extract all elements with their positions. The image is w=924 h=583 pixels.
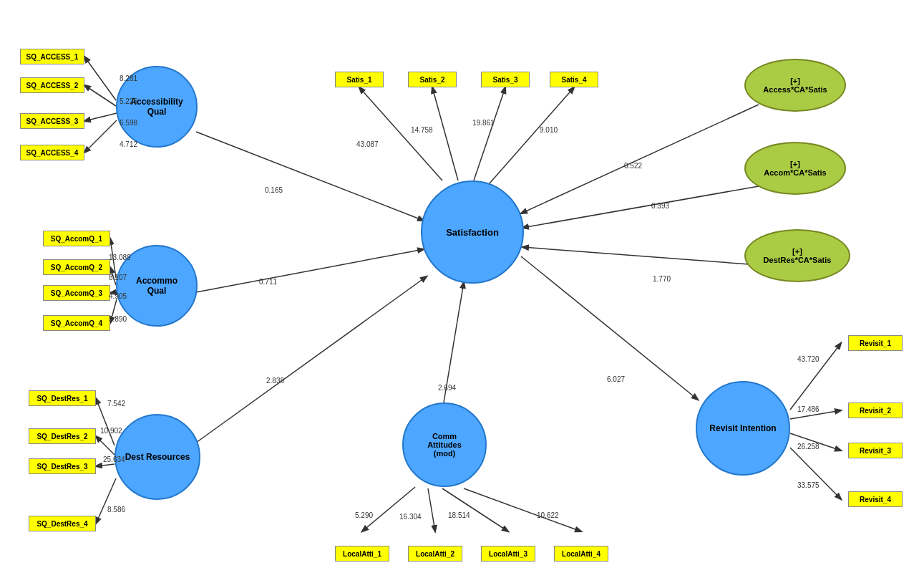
- coef-16304: 16.304: [399, 513, 422, 521]
- coef-7542: 7.542: [107, 400, 125, 408]
- svg-line-14: [196, 276, 427, 443]
- sq-accomq-2: SQ_AccomQ_2: [43, 259, 110, 275]
- access-ca-satis-oval: [+]Access*CA*Satis: [744, 59, 846, 112]
- coef-26258: 26.258: [797, 443, 820, 450]
- svg-line-0: [84, 57, 116, 100]
- local-atti-3: LocalAtti_3: [481, 546, 535, 562]
- coef-1770: 1.770: [653, 275, 671, 283]
- sq-destres-3: SQ_DestRes_3: [29, 458, 96, 474]
- coef-43087: 43.087: [356, 140, 379, 148]
- sq-accomq-3: SQ_AccomQ_3: [43, 285, 110, 301]
- satis-3: Satis_3: [481, 72, 530, 87]
- coef-5890: 5.890: [109, 315, 127, 323]
- coef-5290: 5.290: [355, 511, 373, 519]
- satisfaction-circle: Satisfaction: [421, 180, 524, 284]
- coef-2838: 2.838: [266, 377, 284, 385]
- coef-2694: 2.694: [438, 384, 456, 392]
- satis-2: Satis_2: [408, 72, 457, 87]
- revisit-2: Revisit_2: [848, 403, 903, 418]
- svg-line-19: [521, 105, 759, 213]
- revisit-1: Revisit_1: [848, 335, 903, 351]
- sq-access-3: SQ_ACCESS_3: [20, 113, 84, 129]
- coef-19861: 19.861: [472, 119, 495, 127]
- coef-5225: 5.225: [120, 97, 137, 105]
- svg-line-15: [359, 87, 442, 180]
- svg-line-24: [428, 488, 435, 531]
- local-atti-4: LocalAtti_4: [554, 546, 608, 562]
- coef-10622: 10.622: [537, 511, 559, 519]
- coef-0393: 0.393: [651, 202, 669, 210]
- svg-line-3: [84, 120, 117, 153]
- sq-accomq-4: SQ_AccomQ_4: [43, 315, 110, 331]
- svg-line-2: [84, 113, 117, 121]
- local-atti-1: LocalAtti_1: [335, 546, 389, 562]
- svg-line-10: [96, 464, 115, 466]
- coef-25634: 25.634: [103, 456, 125, 463]
- svg-line-16: [432, 87, 458, 180]
- coef-0711: 0.711: [259, 278, 277, 286]
- sq-accomq-1: SQ_AccomQ_1: [43, 231, 110, 246]
- svg-line-28: [790, 343, 841, 410]
- revisit-3: Revisit_3: [848, 443, 903, 458]
- coef-17486: 17.486: [797, 405, 820, 413]
- coef-6027: 6.027: [607, 375, 625, 383]
- svg-line-21: [522, 247, 759, 265]
- coef-8586: 8.586: [107, 506, 125, 514]
- svg-line-18: [490, 87, 574, 183]
- coef-18514: 18.514: [448, 511, 470, 519]
- svg-line-26: [464, 488, 581, 531]
- coef-13089: 13.089: [109, 254, 131, 261]
- coef-10902: 10.902: [100, 427, 122, 435]
- svg-line-23: [362, 487, 415, 531]
- revisit-circle: Revisit Intention: [696, 381, 790, 476]
- sq-access-4: SQ_ACCESS_4: [20, 145, 84, 160]
- svg-line-13: [196, 249, 424, 292]
- svg-line-11: [96, 478, 116, 524]
- coef-33575: 33.575: [797, 481, 820, 489]
- destres-ca-satis-oval: [+]DestRes*CA*Satis: [744, 229, 850, 282]
- svg-line-31: [790, 448, 841, 499]
- svg-line-1: [84, 85, 116, 106]
- sq-access-2: SQ_ACCESS_2: [20, 77, 84, 93]
- revisit-4: Revisit_4: [848, 491, 903, 507]
- coef-8107: 8.107: [109, 274, 127, 281]
- coef-0522: 0.522: [624, 162, 642, 170]
- coef-0165: 0.165: [265, 186, 283, 194]
- coef-6598: 6.598: [120, 119, 137, 127]
- satis-4: Satis_4: [550, 72, 598, 87]
- sq-destres-2: SQ_DestRes_2: [29, 428, 96, 444]
- satis-1: Satis_1: [335, 72, 384, 87]
- accom-ca-satis-oval: [+]Accom*CA*Satis: [744, 142, 846, 195]
- local-atti-2: LocalAtti_2: [408, 546, 462, 562]
- destres-circle: Dest Resources: [115, 414, 200, 500]
- coef-14758: 14.758: [411, 126, 433, 134]
- coef-43720: 43.720: [797, 355, 820, 363]
- sq-destres-1: SQ_DestRes_1: [29, 390, 96, 406]
- svg-line-17: [474, 87, 505, 180]
- svg-line-25: [442, 488, 508, 531]
- sq-destres-4: SQ_DestRes_4: [29, 516, 96, 531]
- sq-access-1: SQ_ACCESS_1: [20, 49, 84, 64]
- coef-8281: 8.281: [120, 74, 137, 82]
- coef-4905: 4.905: [109, 292, 127, 300]
- svg-line-20: [522, 186, 759, 228]
- coef-9010: 9.010: [540, 126, 558, 134]
- coef-4712: 4.712: [120, 140, 137, 148]
- svg-line-12: [196, 132, 424, 221]
- comm-attitudes-circle: CommAttitudes(mod): [402, 403, 487, 487]
